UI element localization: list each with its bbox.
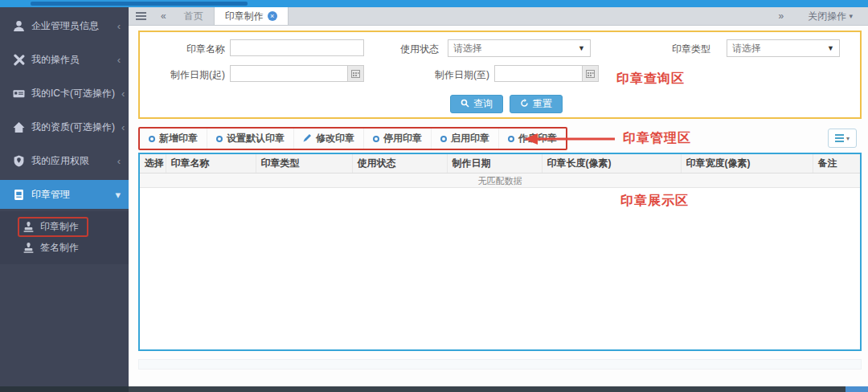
- tab-home[interactable]: 首页: [174, 7, 214, 25]
- red-highlight-box: 印章制作: [18, 217, 88, 237]
- tab-label: 首页: [184, 10, 203, 23]
- double-right-arrow-icon: »: [778, 10, 784, 22]
- menu-toggle-button[interactable]: [129, 7, 154, 25]
- column-header-remarks[interactable]: 备注: [813, 154, 860, 173]
- select-value: 请选择: [453, 42, 482, 55]
- tab-bar-right: » 关闭操作 ▾: [771, 7, 868, 25]
- column-header-usage-status[interactable]: 使用状态: [352, 154, 447, 173]
- shield-icon: [13, 155, 25, 167]
- close-operations-label: 关闭操作: [808, 10, 846, 23]
- list-icon: [835, 137, 844, 139]
- chevron-left-icon: ‹: [117, 155, 121, 167]
- scroll-tabs-left-button[interactable]: «: [154, 7, 174, 25]
- date-to-input[interactable]: [494, 65, 582, 82]
- display-area-annotation: 印章展示区: [620, 193, 689, 210]
- seal-search-panel: 印章名称 使用状态 请选择 ▼ 印章类型 请选择 ▼ 制作日期(起): [138, 31, 862, 119]
- home-icon: [13, 121, 25, 133]
- usage-status-label: 使用状态: [381, 43, 439, 56]
- double-left-arrow-icon: «: [161, 10, 166, 22]
- sidebar-subitem-label: 印章制作: [40, 220, 79, 234]
- seal-type-label: 印章类型: [654, 43, 710, 56]
- column-header-seal-width[interactable]: 印章宽度(像素): [681, 154, 813, 173]
- reset-icon: [520, 99, 529, 110]
- browser-top-strip: [0, 0, 868, 7]
- seal-table: 选择 印章名称 印章类型 使用状态 制作日期 印章长度(像素) 印章宽度(像素)…: [140, 154, 860, 174]
- chevron-left-icon: ‹: [117, 54, 121, 66]
- red-arrow-annotation: [524, 133, 616, 145]
- search-icon: [461, 99, 469, 110]
- calendar-icon[interactable]: [347, 65, 364, 82]
- chevron-left-icon: ‹: [117, 20, 121, 32]
- seal-name-label: 印章名称: [140, 43, 225, 56]
- enable-seal-button[interactable]: 启用印章: [432, 129, 499, 149]
- empty-data-message: 无匹配数据: [140, 174, 860, 188]
- toolbar-button-label: 停用印章: [383, 132, 422, 145]
- caret-down-icon: ▾: [849, 12, 853, 20]
- set-default-seal-button[interactable]: 设置默认印章: [207, 129, 294, 149]
- query-button[interactable]: 查询: [450, 95, 503, 113]
- column-header-select[interactable]: 选择: [140, 154, 166, 173]
- seal-type-select[interactable]: 请选择 ▼: [727, 39, 840, 57]
- main-layout: 企业管理员信息 ‹ 我的操作员 ‹ 我的IC卡(可选操作) ‹: [0, 7, 868, 386]
- disable-seal-button[interactable]: 停用印章: [364, 129, 432, 149]
- stamp-icon: [23, 221, 35, 233]
- sidebar-item-ic-card[interactable]: 我的IC卡(可选操作) ‹: [0, 76, 129, 110]
- close-operations-dropdown[interactable]: 关闭操作 ▾: [800, 10, 860, 23]
- sidebar: 企业管理员信息 ‹ 我的操作员 ‹ 我的IC卡(可选操作) ‹: [0, 7, 129, 386]
- app-window: 企业管理员信息 ‹ 我的操作员 ‹ 我的IC卡(可选操作) ‹: [0, 0, 868, 392]
- reset-button[interactable]: 重置: [510, 95, 563, 113]
- sidebar-item-qualifications[interactable]: 我的资质(可选操作) ‹: [0, 110, 129, 144]
- seal-management-submenu: 印章制作 签名制作: [0, 211, 129, 264]
- sidebar-item-label: 我的IC卡(可选操作): [31, 87, 115, 100]
- sidebar-subitem-signature-making[interactable]: 签名制作: [0, 237, 129, 258]
- sidebar-subitem-seal-making[interactable]: 印章制作: [0, 216, 129, 237]
- pagination-bar: [138, 359, 862, 370]
- calendar-icon[interactable]: [582, 65, 599, 82]
- select-value: 请选择: [732, 42, 761, 55]
- taskbar-segment: [0, 386, 129, 392]
- scroll-tabs-right-button[interactable]: »: [771, 10, 791, 22]
- seal-toolbar: 新增印章 设置默认印章 修改印章 停用印章: [138, 127, 567, 150]
- column-settings-button[interactable]: ▾: [828, 129, 857, 148]
- pencil-icon: [303, 133, 312, 145]
- chevron-left-icon: ‹: [121, 121, 125, 133]
- sidebar-item-app-permissions[interactable]: 我的应用权限 ‹: [0, 144, 129, 178]
- add-seal-button[interactable]: 新增印章: [140, 129, 207, 149]
- close-tab-icon[interactable]: ×: [268, 11, 277, 21]
- seal-table-panel: 选择 印章名称 印章类型 使用状态 制作日期 印章长度(像素) 印章宽度(像素)…: [138, 153, 862, 351]
- sidebar-item-seal-management[interactable]: 印章管理 ▾: [0, 180, 129, 209]
- hamburger-icon: [136, 15, 146, 17]
- date-from-input[interactable]: [230, 65, 347, 82]
- usage-status-select[interactable]: 请选择 ▼: [448, 39, 591, 57]
- date-to-field: [494, 65, 599, 82]
- toolbar-area-annotation: 印章管理区: [623, 130, 691, 147]
- reset-button-label: 重置: [533, 97, 552, 111]
- sidebar-item-operators[interactable]: 我的操作员 ‹: [0, 43, 129, 76]
- column-header-seal-name[interactable]: 印章名称: [166, 154, 256, 173]
- sidebar-item-label: 我的资质(可选操作): [31, 120, 115, 134]
- modify-seal-button[interactable]: 修改印章: [294, 129, 364, 149]
- sidebar-item-label: 企业管理员信息: [31, 19, 99, 33]
- column-header-make-date[interactable]: 制作日期: [447, 154, 542, 173]
- toolbar-button-label: 修改印章: [316, 132, 354, 145]
- search-area-annotation: 印章查询区: [616, 71, 685, 88]
- tab-seal-making[interactable]: 印章制作 ×: [214, 7, 289, 25]
- browser-header-remnant: [31, 2, 248, 6]
- column-header-seal-length[interactable]: 印章长度(像素): [542, 154, 681, 173]
- main-content: « 首页 印章制作 × » 关闭操作 ▾ 印章名称: [129, 7, 868, 386]
- seal-book-icon: [13, 189, 25, 201]
- sidebar-item-admin-info[interactable]: 企业管理员信息 ‹: [0, 9, 129, 43]
- date-from-field: [230, 65, 364, 82]
- date-from-label: 制作日期(起): [140, 68, 225, 82]
- column-header-seal-type[interactable]: 印章类型: [256, 154, 352, 173]
- stamp-icon: [23, 242, 35, 254]
- tools-icon: [13, 54, 25, 66]
- caret-down-icon: ▾: [846, 135, 850, 142]
- table-header-row: 选择 印章名称 印章类型 使用状态 制作日期 印章长度(像素) 印章宽度(像素)…: [140, 154, 860, 173]
- chevron-left-icon: ‹: [121, 88, 125, 100]
- sidebar-item-label: 我的应用权限: [31, 154, 89, 168]
- seal-name-input[interactable]: [230, 39, 364, 56]
- sidebar-item-label: 我的操作员: [31, 53, 80, 67]
- chevron-down-icon: ▾: [115, 189, 121, 201]
- id-card-icon: [13, 88, 25, 100]
